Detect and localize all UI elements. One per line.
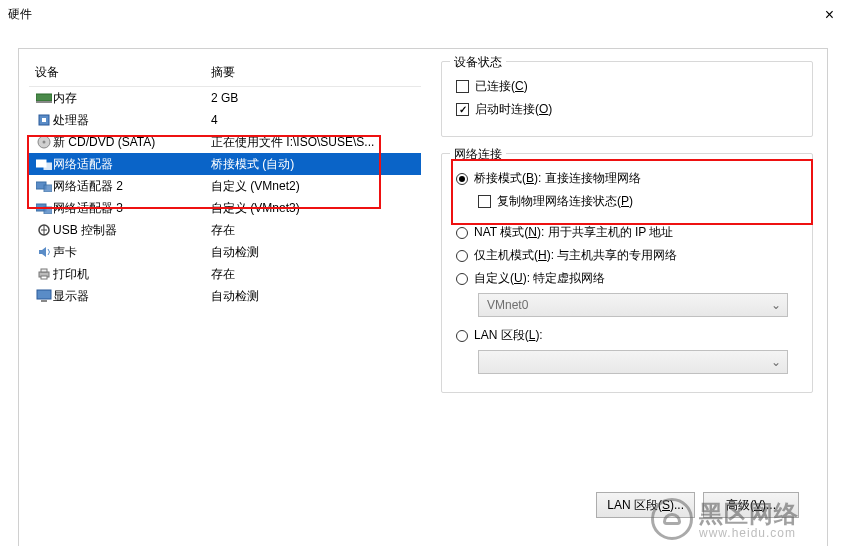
checkbox-label: 复制物理网络连接状态(P) [497,193,633,210]
radio-bridged[interactable]: 桥接模式(B): 直接连接物理网络 [456,170,798,187]
select-lanseg[interactable]: ⌄ [478,350,788,374]
device-name: 网络适配器 [53,156,211,173]
device-name: 内存 [53,90,211,107]
svg-rect-15 [41,276,47,279]
table-row[interactable]: 新 CD/DVD (SATA)正在使用文件 I:\ISO\SUSE\S... [29,131,421,153]
device-summary: 自定义 (VMnet3) [211,200,421,217]
net-icon [35,180,53,192]
display-icon [35,289,53,303]
svg-rect-3 [42,118,46,122]
radio-label: NAT 模式(N): 用于共享主机的 IP 地址 [474,224,673,241]
checkbox-connected[interactable]: 已连接(C) [456,78,798,95]
table-row[interactable]: 网络适配器 2自定义 (VMnet2) [29,175,421,197]
table-row[interactable]: 显示器自动检测 [29,285,421,307]
device-summary: 正在使用文件 I:\ISO\SUSE\S... [211,134,421,151]
device-summary: 2 GB [211,91,421,105]
checkbox-icon [456,80,469,93]
window-title: 硬件 [8,6,32,23]
device-list: 设备 摘要 内存2 GB处理器4新 CD/DVD (SATA)正在使用文件 I:… [29,61,421,532]
table-row[interactable]: 声卡自动检测 [29,241,421,263]
radio-icon [456,250,468,262]
device-summary: 存在 [211,222,421,239]
chevron-down-icon: ⌄ [771,298,781,312]
radio-custom[interactable]: 自定义(U): 特定虚拟网络 [456,270,798,287]
list-header: 设备 摘要 [29,61,421,87]
select-vmnet[interactable]: VMnet0 ⌄ [478,293,788,317]
radio-label: 仅主机模式(H): 与主机共享的专用网络 [474,247,677,264]
select-value: VMnet0 [487,298,528,312]
table-row[interactable]: 打印机存在 [29,263,421,285]
col-summary: 摘要 [211,64,235,81]
net-icon [35,158,53,170]
checkbox-label: 启动时连接(O) [475,101,552,118]
group-device-status: 设备状态 已连接(C) 启动时连接(O) [441,61,813,137]
group-title-status: 设备状态 [450,54,506,71]
svg-point-5 [43,141,46,144]
table-row[interactable]: 网络适配器桥接模式 (自动) [29,153,421,175]
radio-label: 桥接模式(B): 直接连接物理网络 [474,170,641,187]
button-advanced[interactable]: 高级(V)... [703,492,799,518]
checkbox-icon [478,195,491,208]
svg-rect-0 [36,94,52,101]
table-row[interactable]: 处理器4 [29,109,421,131]
radio-label: LAN 区段(L): [474,327,543,344]
device-name: 处理器 [53,112,211,129]
device-summary: 桥接模式 (自动) [211,156,421,173]
table-row[interactable]: USB 控制器存在 [29,219,421,241]
radio-icon [456,227,468,239]
radio-label: 自定义(U): 特定虚拟网络 [474,270,605,287]
svg-rect-1 [36,101,52,103]
device-summary: 存在 [211,266,421,283]
group-network: 网络连接 桥接模式(B): 直接连接物理网络 复制物理网络连接状态(P) NAT… [441,153,813,393]
table-row[interactable]: 网络适配器 3自定义 (VMnet3) [29,197,421,219]
net-icon [35,202,53,214]
close-icon[interactable]: × [821,6,838,24]
device-summary: 自动检测 [211,288,421,305]
svg-rect-7 [44,163,52,170]
radio-icon [456,330,468,342]
checkbox-replicate[interactable]: 复制物理网络连接状态(P) [478,193,798,210]
device-name: 打印机 [53,266,211,283]
radio-icon [456,273,468,285]
device-summary: 自定义 (VMnet2) [211,178,421,195]
svg-rect-17 [41,300,47,302]
radio-hostonly[interactable]: 仅主机模式(H): 与主机共享的专用网络 [456,247,798,264]
device-name: 网络适配器 2 [53,178,211,195]
sound-icon [35,245,53,259]
device-summary: 4 [211,113,421,127]
device-name: USB 控制器 [53,222,211,239]
checkbox-icon [456,103,469,116]
col-device: 设备 [35,64,211,81]
radio-nat[interactable]: NAT 模式(N): 用于共享主机的 IP 地址 [456,224,798,241]
disc-icon [35,135,53,149]
checkbox-connect-on-start[interactable]: 启动时连接(O) [456,101,798,118]
button-lan-segments[interactable]: LAN 区段(S)... [596,492,695,518]
usb-icon [35,223,53,237]
svg-rect-16 [37,290,51,299]
table-row[interactable]: 内存2 GB [29,87,421,109]
device-summary: 自动检测 [211,244,421,261]
radio-icon [456,173,468,185]
printer-icon [35,267,53,281]
radio-lanseg[interactable]: LAN 区段(L): [456,327,798,344]
svg-rect-14 [41,269,47,272]
svg-rect-11 [44,207,52,214]
cpu-icon [35,113,53,127]
checkbox-label: 已连接(C) [475,78,528,95]
svg-rect-9 [44,185,52,192]
group-title-network: 网络连接 [450,146,506,163]
device-name: 声卡 [53,244,211,261]
device-name: 显示器 [53,288,211,305]
chevron-down-icon: ⌄ [771,355,781,369]
memory-icon [35,92,53,104]
device-name: 新 CD/DVD (SATA) [53,134,211,151]
device-name: 网络适配器 3 [53,200,211,217]
